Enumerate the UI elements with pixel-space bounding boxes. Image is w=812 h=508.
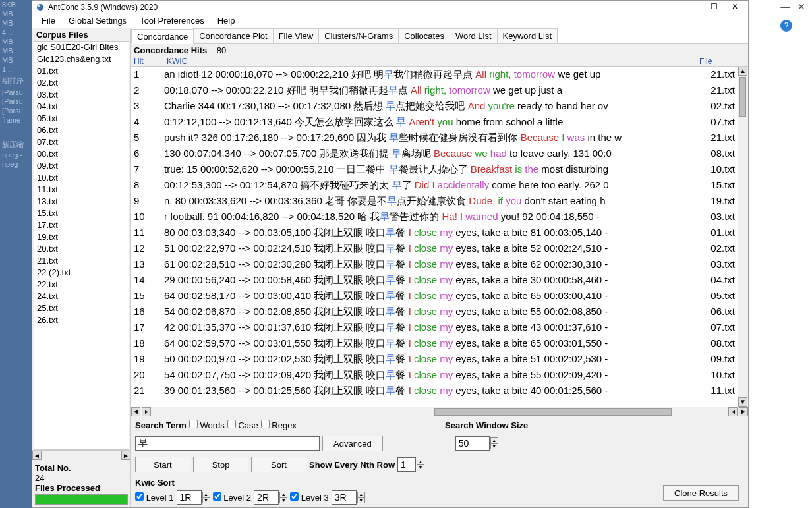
sort-button[interactable]: Sort bbox=[251, 457, 306, 472]
concordance-row[interactable]: 10r football. 91 00:04:16,820 --> 00:04:… bbox=[131, 209, 738, 225]
corpus-file-item[interactable]: 22.txt bbox=[34, 279, 129, 291]
concordance-row[interactable]: 2139 00:01:23,560 --> 00:01:25,560 我闭上双眼… bbox=[131, 383, 738, 399]
scroll-left2-icon[interactable]: ▸ bbox=[142, 407, 151, 416]
scroll-down-icon[interactable]: ▼ bbox=[738, 397, 747, 407]
corpus-file-item[interactable]: 06.txt bbox=[34, 125, 129, 136]
concordance-table[interactable]: 1an idiot! 12 00:00:18,070 --> 00:00:22,… bbox=[131, 67, 738, 399]
corpus-file-list[interactable]: glc S01E20-Girl BitesGlc123.chs&eng.txt0… bbox=[34, 41, 129, 450]
advanced-button[interactable]: Advanced bbox=[322, 436, 383, 451]
level3-checkbox[interactable]: Level 3 bbox=[290, 492, 329, 503]
corpus-file-item[interactable]: 21.txt bbox=[34, 255, 129, 267]
level1-spinner[interactable]: ▲▼ bbox=[177, 490, 210, 505]
scroll-thumb[interactable] bbox=[740, 77, 746, 117]
corpus-file-item[interactable]: 25.txt bbox=[34, 302, 129, 314]
corpus-file-item[interactable]: 10.txt bbox=[34, 172, 129, 184]
concordance-row[interactable]: 1864 00:02:59,570 --> 00:03:01,550 我闭上双眼… bbox=[131, 335, 738, 351]
corpus-file-item[interactable]: 20.txt bbox=[34, 243, 129, 255]
concordance-row[interactable]: 1361 00:02:28,510 --> 00:02:30,280 我闭上双眼… bbox=[131, 256, 738, 272]
stop-button[interactable]: Stop bbox=[193, 457, 248, 472]
clone-results-button[interactable]: Clone Results bbox=[663, 485, 739, 501]
concordance-row[interactable]: 1950 00:02:00,970 --> 00:02:02,530 我闭上双眼… bbox=[131, 351, 738, 367]
search-window-size-spinner[interactable]: ▲▼ bbox=[455, 436, 498, 451]
corpus-file-item[interactable]: 15.txt bbox=[34, 208, 129, 219]
concordance-row[interactable]: 200:18,070 --> 00:00:22,210 好吧 明早我们稍微再起早… bbox=[131, 82, 738, 98]
col-kwic[interactable]: KWIC bbox=[167, 57, 699, 66]
regex-checkbox[interactable]: Regex bbox=[261, 420, 297, 430]
concordance-row[interactable]: 9n. 80 00:03:33,620 --> 00:03:36,360 老哥 … bbox=[131, 193, 738, 209]
concordance-row[interactable]: 1564 00:02:58,170 --> 00:03:00,410 我闭上双眼… bbox=[131, 288, 738, 304]
tab-keyword-list[interactable]: Keyword List bbox=[497, 28, 558, 43]
col-hit[interactable]: Hit bbox=[134, 57, 167, 66]
start-button[interactable]: Start bbox=[135, 457, 190, 472]
concordance-row[interactable]: 1an idiot! 12 00:00:18,070 --> 00:00:22,… bbox=[131, 67, 738, 82]
hscroll-thumb[interactable] bbox=[434, 408, 672, 416]
corpus-file-item[interactable]: 22 (2).txt bbox=[34, 267, 129, 279]
corpus-file-item[interactable]: glc S01E20-Girl Bites bbox=[34, 42, 129, 53]
nth-row-spinner[interactable]: ▲▼ bbox=[397, 457, 424, 472]
corpus-file-item[interactable]: 11.txt bbox=[34, 184, 129, 196]
concordance-row[interactable]: 1180 00:03:03,340 --> 00:03:05,100 我闭上双眼… bbox=[131, 225, 738, 240]
tab-file-view[interactable]: File View bbox=[273, 28, 320, 43]
menu-global-settings[interactable]: Global Settings bbox=[62, 16, 133, 26]
spin-down-icon[interactable]: ▼ bbox=[417, 465, 424, 470]
words-checkbox[interactable]: Words bbox=[189, 420, 225, 430]
menu-tool-preferences[interactable]: Tool Preferences bbox=[133, 16, 211, 26]
maximize-button[interactable]: ☐ bbox=[703, 1, 724, 14]
tab-concordance[interactable]: Concordance bbox=[131, 29, 194, 44]
scroll-right-icon[interactable]: ► bbox=[739, 407, 748, 416]
corpus-file-item[interactable]: 26.txt bbox=[34, 314, 129, 326]
concordance-row[interactable]: 1429 00:00:56,240 --> 00:00:58,460 我闭上双眼… bbox=[131, 272, 738, 288]
corpus-file-item[interactable]: 04.txt bbox=[34, 101, 129, 113]
corpus-file-item[interactable]: 01.txt bbox=[34, 65, 129, 77]
scroll-right2-icon[interactable]: ◂ bbox=[728, 407, 738, 416]
scroll-left-icon[interactable]: ◄ bbox=[131, 407, 140, 416]
corpus-file-item[interactable]: 09.txt bbox=[34, 160, 129, 172]
corpus-file-item[interactable]: 02.txt bbox=[34, 77, 129, 89]
corpus-file-item[interactable]: 08.txt bbox=[34, 148, 129, 160]
level2-checkbox[interactable]: Level 2 bbox=[213, 492, 252, 503]
case-checkbox[interactable]: Case bbox=[227, 420, 258, 430]
corpus-file-item[interactable]: 07.txt bbox=[34, 136, 129, 148]
spin-down-icon[interactable]: ▼ bbox=[490, 443, 498, 449]
scroll-right-icon[interactable]: ► bbox=[121, 451, 130, 460]
spin-up-icon[interactable]: ▲ bbox=[490, 437, 498, 443]
scroll-up-icon[interactable]: ▲ bbox=[738, 67, 747, 76]
concordance-row[interactable]: 3 Charlie 344 00:17:30,180 --> 00:17:32,… bbox=[131, 98, 738, 114]
tab-collocates[interactable]: Collocates bbox=[398, 28, 450, 43]
close-button[interactable]: ✕ bbox=[724, 1, 745, 14]
help-icon[interactable]: ? bbox=[780, 20, 792, 32]
search-input[interactable] bbox=[135, 436, 320, 451]
concordance-row[interactable]: 1654 00:02:06,870 --> 00:02:08,850 我闭上双眼… bbox=[131, 304, 738, 320]
level1-checkbox[interactable]: Level 1 bbox=[135, 492, 174, 503]
concordance-row[interactable]: 40:12:12,100 --> 00:12:13,640 今天怎么放学回家这么… bbox=[131, 114, 738, 130]
scroll-left-icon[interactable]: ◄ bbox=[32, 451, 42, 460]
corpus-file-item[interactable]: 24.txt bbox=[34, 291, 129, 302]
tab-concordance-plot[interactable]: Concordance Plot bbox=[193, 28, 273, 43]
corpus-file-item[interactable]: 17.txt bbox=[34, 219, 129, 231]
spin-up-icon[interactable]: ▲ bbox=[417, 459, 424, 465]
tab-word-list[interactable]: Word List bbox=[450, 28, 498, 43]
corpus-file-item[interactable]: 03.txt bbox=[34, 89, 129, 101]
concordance-row[interactable]: 2054 00:02:07,750 --> 00:02:09,420 我闭上双眼… bbox=[131, 367, 738, 383]
concordance-row[interactable]: 1251 00:02:22,970 --> 00:02:24,510 我闭上双眼… bbox=[131, 240, 738, 256]
corpus-file-item[interactable]: Glc123.chs&eng.txt bbox=[34, 53, 129, 65]
minimize-button[interactable]: — bbox=[682, 1, 703, 14]
sidebar-hscroll[interactable]: ◄ ► bbox=[32, 450, 130, 461]
vertical-scrollbar[interactable]: ▲ ▼ bbox=[738, 67, 748, 407]
level2-spinner[interactable]: ▲▼ bbox=[254, 490, 287, 505]
concordance-row[interactable]: 7true: 15 00:00:52,620 --> 00:00:55,210 … bbox=[131, 161, 738, 177]
corpus-file-item[interactable]: 13.txt bbox=[34, 196, 129, 208]
concordance-row[interactable]: 1742 00:01:35,370 --> 00:01:37,610 我闭上双眼… bbox=[131, 320, 738, 335]
menu-help[interactable]: Help bbox=[211, 16, 242, 26]
corpus-file-item[interactable]: 05.txt bbox=[34, 113, 129, 125]
concordance-row[interactable]: 6 130 00:07:04,340 --> 00:07:05,700 那是欢送… bbox=[131, 146, 738, 161]
col-file[interactable]: File bbox=[699, 57, 745, 66]
concordance-row[interactable]: 5push it? 326 00:17:26,180 --> 00:17:29,… bbox=[131, 130, 738, 146]
menu-file[interactable]: File bbox=[35, 16, 62, 26]
tab-clusters-n-grams[interactable]: Clusters/N-Grams bbox=[318, 28, 399, 43]
corpus-file-item[interactable]: 19.txt bbox=[34, 231, 129, 243]
concordance-row[interactable]: 8 00:12:53,300 --> 00:12:54,870 搞不好我碰巧来的… bbox=[131, 177, 738, 193]
file-name: 02.txt bbox=[698, 98, 738, 114]
horizontal-scrollbar[interactable]: ◄ ▸ ◂ ► bbox=[131, 407, 748, 417]
level3-spinner[interactable]: ▲▼ bbox=[332, 490, 365, 505]
